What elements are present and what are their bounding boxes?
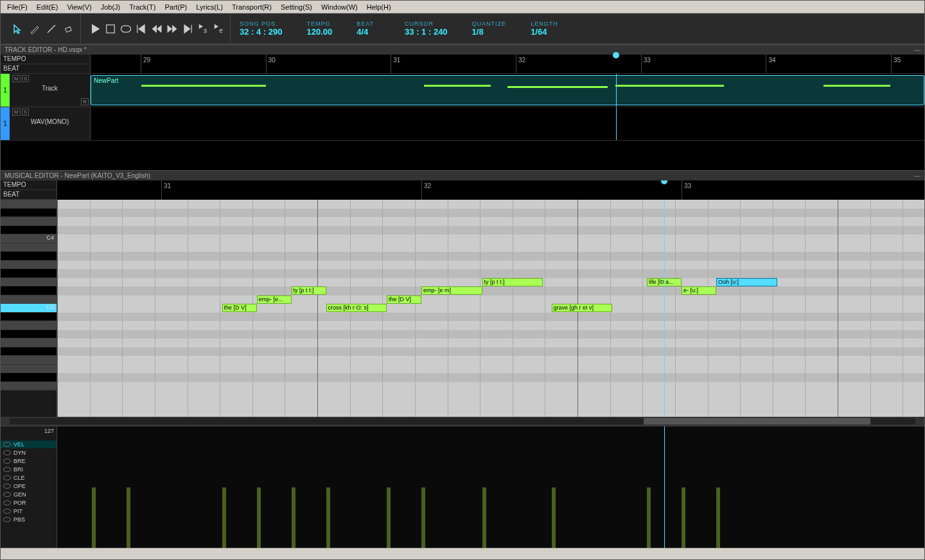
velocity-lane[interactable] — [57, 426, 924, 548]
velocity-param-bre[interactable]: BRE — [1, 457, 57, 465]
eye-icon[interactable] — [3, 459, 11, 464]
velocity-bar[interactable] — [222, 487, 226, 548]
velocity-bar[interactable] — [292, 487, 295, 548]
menu-track[interactable]: Track(T) — [125, 2, 159, 12]
eye-icon[interactable] — [3, 484, 11, 489]
velocity-param-cle[interactable]: CLE — [1, 474, 57, 482]
track-number[interactable]: 1 — [1, 107, 10, 140]
menu-file[interactable]: File(F) — [3, 2, 31, 12]
piano-key[interactable] — [1, 286, 57, 295]
piano-key[interactable] — [1, 209, 57, 218]
note[interactable]: e- [u:] — [682, 286, 716, 295]
piano-key[interactable] — [1, 356, 57, 365]
piano-key[interactable] — [1, 226, 57, 235]
menu-setting[interactable]: Setting(S) — [277, 2, 316, 12]
eye-icon[interactable] — [3, 442, 11, 447]
note[interactable]: ty [p t I:] — [482, 278, 543, 286]
velocity-bar[interactable] — [257, 487, 261, 548]
pointer-tool[interactable] — [11, 22, 25, 36]
note[interactable]: the [D V] — [222, 304, 257, 312]
menu-view[interactable]: View(V) — [63, 2, 95, 12]
piano-key[interactable]: C3 — [1, 304, 57, 313]
piano-key[interactable] — [1, 313, 57, 322]
piano-key[interactable] — [1, 295, 57, 304]
note[interactable]: grave [gh r eI v] — [552, 304, 613, 312]
note[interactable]: the [D V] — [387, 295, 421, 304]
part-block[interactable]: NewPart — [91, 75, 924, 105]
piano-key[interactable] — [1, 278, 57, 287]
menu-job[interactable]: Job(J) — [97, 2, 125, 12]
velocity-param-pbs[interactable]: PBS — [1, 516, 57, 523]
menu-help[interactable]: Help(H) — [363, 2, 395, 12]
velocity-bar[interactable] — [552, 487, 556, 548]
velocity-param-pit[interactable]: PIT — [1, 507, 57, 515]
minimize-icon[interactable]: — — [914, 46, 921, 53]
track-lane[interactable]: NewPart — [91, 74, 924, 107]
eye-icon[interactable] — [3, 467, 11, 472]
track-name[interactable]: Track — [12, 85, 87, 92]
velocity-param-por[interactable]: POR — [1, 499, 57, 507]
pencil-tool[interactable] — [28, 22, 42, 36]
eraser-tool[interactable] — [61, 22, 75, 36]
menu-transport[interactable]: Transport(R) — [228, 2, 276, 12]
forward-end-button[interactable] — [181, 22, 194, 35]
eye-icon[interactable] — [3, 509, 11, 514]
track-ruler[interactable]: 29303132333435 — [91, 55, 924, 74]
marker-end-button[interactable]: e — [212, 22, 225, 35]
piano-key[interactable] — [1, 261, 57, 270]
stop-button[interactable] — [104, 22, 117, 35]
play-button[interactable] — [89, 22, 101, 35]
track-record-button[interactable]: R — [81, 98, 89, 105]
playhead-indicator[interactable] — [613, 52, 619, 58]
line-tool[interactable] — [44, 22, 58, 36]
track-s-button[interactable]: S — [22, 75, 29, 82]
piano-keyboard[interactable]: C4C3 — [1, 200, 57, 417]
note[interactable]: Ooh [u:] — [716, 278, 777, 286]
app-horizontal-scrollbar[interactable] — [1, 548, 924, 559]
piano-key[interactable] — [1, 217, 57, 226]
note[interactable]: emp- [e... — [257, 295, 292, 304]
eye-icon[interactable] — [3, 517, 11, 522]
length-value[interactable]: 1/64 — [531, 27, 547, 37]
piano-roll[interactable]: the [D V]emp- [e...ty [p t I:]cross [kh … — [57, 200, 924, 417]
velocity-bar[interactable] — [387, 487, 391, 548]
piano-key[interactable] — [1, 200, 57, 209]
piano-key[interactable] — [1, 243, 57, 252]
velocity-bar[interactable] — [127, 487, 130, 548]
piano-key[interactable] — [1, 338, 57, 347]
velocity-param-ope[interactable]: OPE — [1, 482, 57, 490]
menu-edit[interactable]: Edit(E) — [33, 2, 62, 12]
menu-lyrics[interactable]: Lyrics(L) — [192, 2, 227, 12]
piano-key[interactable] — [1, 382, 57, 391]
piano-key[interactable] — [1, 365, 57, 374]
eye-icon[interactable] — [3, 475, 11, 480]
track-m-button[interactable]: M — [12, 109, 21, 116]
velocity-bar[interactable] — [92, 487, 96, 548]
velocity-param-dyn[interactable]: DYN — [1, 449, 57, 457]
piano-key[interactable] — [1, 330, 57, 339]
piano-key[interactable] — [1, 321, 57, 330]
musical-ruler[interactable]: 31323334 — [57, 180, 924, 200]
track-name[interactable]: WAV(MONO) — [12, 118, 87, 125]
piano-key[interactable] — [1, 373, 57, 382]
forward-button[interactable] — [166, 22, 179, 35]
piano-key[interactable]: C4 — [1, 234, 57, 243]
marker-start-button[interactable]: s — [197, 22, 209, 35]
velocity-param-bri[interactable]: BRI — [1, 466, 57, 473]
horizontal-scrollbar[interactable] — [1, 417, 924, 426]
velocity-bar[interactable] — [482, 487, 486, 548]
track-m-button[interactable]: M — [12, 75, 21, 82]
velocity-bar[interactable] — [682, 487, 685, 548]
loop-button[interactable] — [119, 22, 132, 35]
playhead-indicator[interactable] — [661, 180, 667, 184]
piano-key[interactable] — [1, 252, 57, 261]
quantize-value[interactable]: 1/8 — [472, 27, 484, 37]
minimize-icon[interactable]: — — [914, 172, 921, 179]
velocity-param-gen[interactable]: GEN — [1, 491, 57, 498]
note[interactable]: emp- [e m] — [421, 286, 482, 295]
track-number[interactable]: 1 — [1, 74, 10, 107]
menu-window[interactable]: Window(W) — [317, 2, 362, 12]
piano-key[interactable] — [1, 269, 57, 278]
note[interactable]: ty [p t I:] — [292, 286, 326, 295]
velocity-bar[interactable] — [647, 487, 651, 548]
